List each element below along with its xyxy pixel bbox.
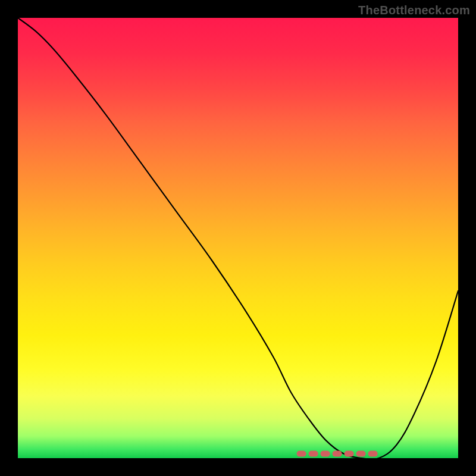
bottleneck-curve [18,18,458,459]
watermark-text: TheBottleneck.com [358,4,470,17]
plot-area [18,18,458,458]
chart-svg [18,18,458,458]
chart-container: TheBottleneck.com [0,0,476,476]
